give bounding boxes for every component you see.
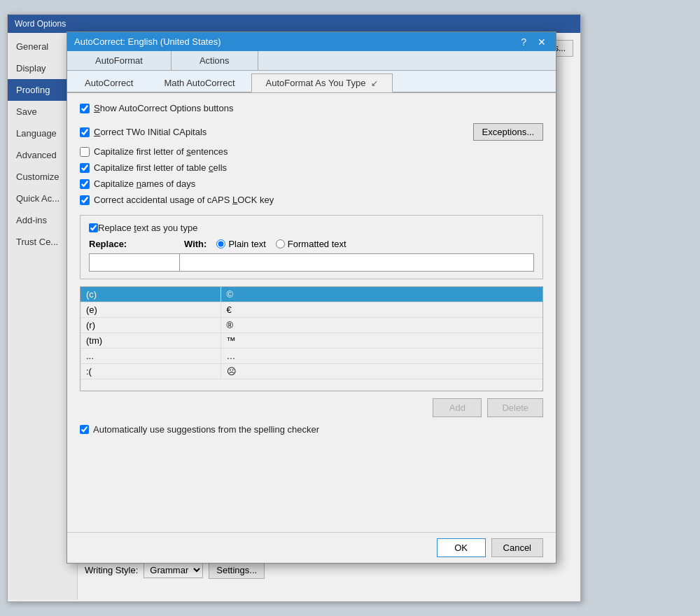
replace-input[interactable]	[89, 253, 180, 272]
auto-suggest-row: Automatically use suggestions from the s…	[80, 424, 543, 435]
settings-button[interactable]: Settings...	[209, 561, 265, 579]
ok-button[interactable]: OK	[437, 538, 486, 557]
correct-two-initials-row: Correct TWo INitial CApitals Exceptions.…	[80, 123, 543, 141]
replace-value: (tm)	[80, 333, 220, 349]
table-row[interactable]: (e) €	[80, 302, 542, 318]
dialog-footer: OK Cancel	[67, 532, 556, 563]
table-row[interactable]: (c) ©	[80, 287, 542, 302]
plain-text-option[interactable]: Plain text	[216, 239, 265, 249]
replace-value: ...	[80, 349, 220, 364]
auto-suggest-label: Automatically use suggestions from the s…	[93, 424, 319, 435]
action-buttons-row: Add Delete	[80, 398, 543, 417]
capitalize-sentences-label: Capitalize first letter of sentences	[94, 146, 227, 157]
correct-caps-lock-label: Correct accidental usage of cAPS LOCK ke…	[94, 195, 274, 205]
replace-table: (c) © (e) € (r) ® (tm) ™	[80, 287, 542, 379]
correct-caps-lock-checkbox[interactable]	[80, 195, 90, 205]
with-value: …	[220, 349, 542, 364]
delete-button[interactable]: Delete	[487, 398, 543, 417]
with-value: ®	[220, 318, 542, 333]
plain-text-radio[interactable]	[216, 239, 225, 248]
replace-header-row: Replace text as you type	[89, 223, 534, 233]
table-row[interactable]: :( ☹	[80, 364, 542, 379]
capitalize-table-cells-row: Capitalize first letter of table cells	[80, 162, 543, 173]
with-value: €	[220, 302, 542, 318]
bottom-tab-row: AutoCorrect Math AutoCorrect AutoFormat …	[67, 71, 556, 93]
capitalize-days-label: Capitalize names of days	[94, 178, 195, 189]
plain-text-label: Plain text	[228, 239, 265, 249]
dialog-close-button[interactable]: ✕	[535, 37, 549, 47]
table-row[interactable]: (r) ®	[80, 318, 542, 333]
replace-as-you-type-label: Replace text as you type	[98, 223, 197, 233]
replace-inputs-row	[89, 253, 534, 272]
tab-autoformat[interactable]: AutoFormat	[67, 51, 172, 70]
capitalize-days-row: Capitalize names of days	[80, 178, 543, 189]
show-autocorrect-checkbox[interactable]	[80, 104, 90, 113]
replace-table-container[interactable]: (c) © (e) € (r) ® (tm) ™	[80, 286, 543, 391]
correct-caps-lock-row: Correct accidental usage of cAPS LOCK ke…	[80, 195, 543, 205]
formatted-text-option[interactable]: Formatted text	[276, 239, 346, 249]
word-options-titlebar: Word Options	[8, 15, 580, 33]
word-options-title: Word Options	[15, 19, 66, 29]
replace-value: :(	[80, 364, 220, 379]
with-value: ☹	[220, 364, 542, 379]
tab-math-autocorrect[interactable]: Math AutoCorrect	[149, 74, 249, 92]
correct-options-section: Correct TWo INitial CApitals Exceptions.…	[80, 123, 543, 205]
formatted-text-label: Formatted text	[288, 239, 346, 249]
top-checkboxes-section: Show AutoCorrect Options buttons	[80, 103, 543, 113]
auto-suggest-checkbox[interactable]	[80, 425, 89, 434]
with-label: With:	[184, 239, 206, 249]
correct-two-initials-label: Correct TWo INitial CApitals	[94, 127, 206, 137]
tab-actions[interactable]: Actions	[172, 51, 258, 70]
with-value: ™	[220, 333, 542, 349]
dialog-body: Show AutoCorrect Options buttons Correct…	[67, 93, 556, 456]
capitalize-table-cells-label: Capitalize first letter of table cells	[94, 162, 227, 173]
capitalize-days-checkbox[interactable]	[80, 179, 90, 189]
capitalize-sentences-checkbox[interactable]	[80, 147, 90, 157]
autocorrect-dialog: AutoCorrect: English (United States) ? ✕…	[66, 31, 556, 564]
capitalize-table-cells-checkbox[interactable]	[80, 163, 90, 173]
show-autocorrect-label: Show AutoCorrect Options buttons	[94, 103, 233, 113]
table-row[interactable]: (tm) ™	[80, 333, 542, 349]
tab-autocorrect[interactable]: AutoCorrect	[70, 74, 148, 92]
dialog-help-button[interactable]: ?	[518, 37, 529, 47]
dialog-title: AutoCorrect: English (United States)	[74, 36, 221, 47]
with-input[interactable]	[180, 253, 534, 272]
show-autocorrect-row: Show AutoCorrect Options buttons	[80, 103, 543, 113]
replace-section: Replace text as you type Replace: With: …	[80, 215, 543, 279]
add-button[interactable]: Add	[433, 398, 482, 417]
capitalize-sentences-row: Capitalize first letter of sentences	[80, 146, 543, 157]
correct-two-initials-checkbox[interactable]	[80, 127, 90, 137]
dialog-titlebar-buttons: ? ✕	[518, 37, 549, 47]
radio-group: Plain text Formatted text	[216, 239, 346, 249]
replace-value: (r)	[80, 318, 220, 333]
table-row[interactable]: ... …	[80, 349, 542, 364]
tab-autoformat-as-you-type[interactable]: AutoFormat As You Type ↙	[251, 74, 393, 92]
replace-label: Replace:	[89, 239, 180, 249]
writing-style-label: Writing Style:	[85, 565, 138, 575]
replace-value: (e)	[80, 302, 220, 318]
formatted-text-radio[interactable]	[276, 239, 285, 248]
replace-value: (c)	[80, 287, 220, 302]
replace-as-you-type-checkbox[interactable]	[89, 223, 98, 232]
replace-labels-row: Replace: With: Plain text Formatted text	[89, 239, 534, 249]
with-value: ©	[220, 287, 542, 302]
dialog-titlebar: AutoCorrect: English (United States) ? ✕	[67, 32, 556, 51]
top-tab-row: AutoFormat Actions	[67, 51, 556, 71]
exceptions-button[interactable]: Exceptions...	[473, 123, 543, 141]
writing-style-select[interactable]: Grammar	[144, 562, 203, 578]
cancel-button[interactable]: Cancel	[491, 538, 543, 557]
